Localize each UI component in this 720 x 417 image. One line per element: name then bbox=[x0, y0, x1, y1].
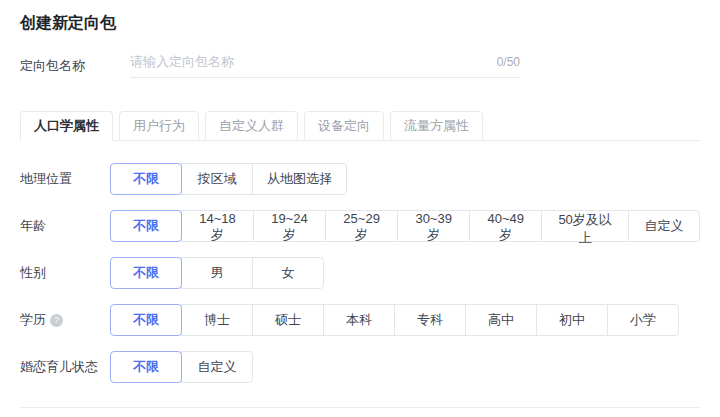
option-education-7[interactable]: 小学 bbox=[607, 304, 679, 336]
option-age-7[interactable]: 自定义 bbox=[628, 210, 700, 242]
row-label-text: 性别 bbox=[20, 264, 46, 282]
row-label-text: 地理位置 bbox=[20, 170, 72, 188]
option-marital-parental-status-0[interactable]: 不限 bbox=[110, 351, 182, 383]
tab-user-behavior[interactable]: 用户行为 bbox=[119, 111, 199, 141]
option-geo-location-0[interactable]: 不限 bbox=[110, 163, 182, 195]
tab-custom-audience[interactable]: 自定义人群 bbox=[205, 111, 298, 141]
question-circle-icon[interactable]: ? bbox=[50, 314, 63, 327]
option-age-1[interactable]: 14~18岁 bbox=[181, 210, 254, 242]
package-name-row: 定向包名称 0/50 bbox=[20, 54, 700, 78]
package-name-label: 定向包名称 bbox=[20, 54, 130, 76]
option-education-0[interactable]: 不限 bbox=[110, 304, 182, 336]
option-education-5[interactable]: 高中 bbox=[465, 304, 537, 336]
tab-demographics[interactable]: 人口学属性 bbox=[20, 111, 113, 141]
option-age-4[interactable]: 30~39岁 bbox=[397, 210, 470, 242]
char-counter: 0/50 bbox=[497, 55, 520, 69]
row-label-text: 年龄 bbox=[20, 217, 46, 235]
option-group-marital-parental-status: 不限自定义 bbox=[110, 351, 253, 383]
targeting-row-age: 年龄不限14~18岁19~24岁25~29岁30~39岁40~49岁50岁及以上… bbox=[20, 210, 700, 242]
create-targeting-package-page: 创建新定向包 定向包名称 0/50 人口学属性用户行为自定义人群设备定向流量方属… bbox=[0, 0, 720, 383]
row-label-education: 学历? bbox=[20, 311, 110, 329]
targeting-row-education: 学历?不限博士硕士本科专科高中初中小学 bbox=[20, 304, 700, 336]
tab-bar: 人口学属性用户行为自定义人群设备定向流量方属性 bbox=[20, 111, 700, 141]
tab-traffic-attributes[interactable]: 流量方属性 bbox=[390, 111, 483, 141]
row-label-gender: 性别 bbox=[20, 264, 110, 282]
package-name-input[interactable] bbox=[130, 54, 489, 69]
option-geo-location-1[interactable]: 按区域 bbox=[181, 163, 253, 195]
option-group-gender: 不限男女 bbox=[110, 257, 324, 289]
targeting-row-marital-parental-status: 婚恋育儿状态不限自定义 bbox=[20, 351, 700, 383]
option-geo-location-2[interactable]: 从地图选择 bbox=[252, 163, 347, 195]
option-age-3[interactable]: 25~29岁 bbox=[325, 210, 398, 242]
targeting-rows: 地理位置不限按区域从地图选择年龄不限14~18岁19~24岁25~29岁30~3… bbox=[20, 163, 700, 383]
option-education-6[interactable]: 初中 bbox=[536, 304, 608, 336]
targeting-row-gender: 性别不限男女 bbox=[20, 257, 700, 289]
option-education-2[interactable]: 硕士 bbox=[252, 304, 324, 336]
option-age-5[interactable]: 40~49岁 bbox=[469, 210, 542, 242]
option-group-geo-location: 不限按区域从地图选择 bbox=[110, 163, 347, 195]
row-label-text: 婚恋育儿状态 bbox=[20, 358, 98, 376]
option-education-3[interactable]: 本科 bbox=[323, 304, 395, 336]
bottom-divider bbox=[20, 407, 700, 408]
row-label-age: 年龄 bbox=[20, 217, 110, 235]
targeting-row-geo-location: 地理位置不限按区域从地图选择 bbox=[20, 163, 700, 195]
tab-device-targeting[interactable]: 设备定向 bbox=[304, 111, 384, 141]
row-label-geo-location: 地理位置 bbox=[20, 170, 110, 188]
option-gender-0[interactable]: 不限 bbox=[110, 257, 182, 289]
option-gender-2[interactable]: 女 bbox=[252, 257, 324, 289]
option-education-1[interactable]: 博士 bbox=[181, 304, 253, 336]
option-age-0[interactable]: 不限 bbox=[110, 210, 182, 242]
option-group-education: 不限博士硕士本科专科高中初中小学 bbox=[110, 304, 679, 336]
option-age-2[interactable]: 19~24岁 bbox=[253, 210, 326, 242]
row-label-marital-parental-status: 婚恋育儿状态 bbox=[20, 358, 110, 376]
option-gender-1[interactable]: 男 bbox=[181, 257, 253, 289]
package-name-input-wrap: 0/50 bbox=[130, 54, 520, 78]
option-education-4[interactable]: 专科 bbox=[394, 304, 466, 336]
option-group-age: 不限14~18岁19~24岁25~29岁30~39岁40~49岁50岁及以上自定… bbox=[110, 210, 700, 242]
page-title: 创建新定向包 bbox=[20, 0, 700, 34]
option-age-6[interactable]: 50岁及以上 bbox=[541, 210, 629, 242]
option-marital-parental-status-1[interactable]: 自定义 bbox=[181, 351, 253, 383]
row-label-text: 学历 bbox=[20, 311, 46, 329]
